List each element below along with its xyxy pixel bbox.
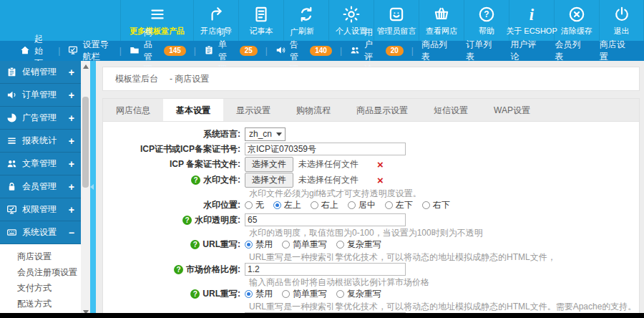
- collapse-minus-icon[interactable]: −: [69, 227, 74, 238]
- submenu-payment-methods[interactable]: 支付方式: [0, 280, 81, 296]
- field-help: 水印文件必须为gif格式才可支持透明度设置。: [249, 188, 639, 198]
- home-icon: [20, 45, 30, 57]
- nav-order-list[interactable]: 订单列表: [466, 39, 492, 63]
- nav-shop-settings[interactable]: 商店设置: [600, 39, 625, 63]
- radio-url2-disable[interactable]: 禁用: [245, 288, 273, 300]
- breadcrumb: 模板堂后台 - 商店设置: [102, 67, 640, 91]
- nav-user-comment-list[interactable]: 用户评论: [510, 39, 536, 63]
- icp-number-input[interactable]: [245, 143, 406, 155]
- tab-goods-display[interactable]: 商品显示设置: [343, 99, 421, 121]
- collapse-arrow-icon[interactable]: [90, 184, 94, 190]
- help-circle-icon[interactable]: ?: [190, 240, 200, 249]
- sidebar-accent-strip: [90, 61, 96, 318]
- radio-url1-complex[interactable]: 复杂重写: [336, 238, 381, 251]
- sidebar-item-orders[interactable]: 订单管理 +: [0, 84, 81, 107]
- nav-goods-list[interactable]: 商品列表: [421, 39, 447, 63]
- radio-watermark-bottomright[interactable]: 右下: [422, 199, 450, 211]
- remove-file-icon[interactable]: ×: [377, 159, 384, 170]
- users-icon: [6, 158, 17, 169]
- radio-url2-simple[interactable]: 简单重写: [282, 288, 327, 300]
- market-price-ratio-input[interactable]: [245, 263, 406, 276]
- speaker-icon: [6, 90, 17, 100]
- breadcrumb-root[interactable]: 模板堂后台: [115, 73, 158, 85]
- submenu-shop-settings[interactable]: 商店设置: [0, 249, 81, 264]
- radio-url2-complex[interactable]: 复杂重写: [336, 288, 381, 300]
- header-item-clear-cache[interactable]: 清除缓存: [554, 0, 599, 41]
- field-label: ? URL重写:: [103, 238, 245, 251]
- radio-watermark-topleft[interactable]: 左上: [273, 199, 301, 211]
- secondary-nav: 起始页 | 设置导航栏 | 商品管理 145 | 订单管理 25 | 广告管理 …: [0, 41, 644, 61]
- settings-tabbar: 网店信息 基本设置 显示设置 购物流程 商品显示设置 短信设置 WAP设置: [103, 99, 639, 122]
- monitor-edit-icon: [68, 45, 78, 57]
- sidebar-item-ads[interactable]: 广告管理 +: [0, 107, 81, 130]
- nav-set-navbar[interactable]: 设置导航栏: [68, 39, 111, 63]
- content-area: 模板堂后台 - 商店设置 网店信息 基本设置 显示设置 购物流程 商品显示设置 …: [96, 61, 644, 318]
- expand-plus-icon[interactable]: +: [69, 158, 74, 170]
- tab-sms-settings[interactable]: 短信设置: [421, 99, 481, 121]
- sidebar-item-system-settings[interactable]: 系统设置 −: [0, 221, 81, 244]
- nav-separator: |: [265, 46, 268, 56]
- system-settings-submenu: 商店设置 会员注册项设置 支付方式 配送方式 邮件服务器设置: [0, 244, 81, 318]
- radio-watermark-topright[interactable]: 右上: [311, 199, 338, 211]
- clipboard-icon: [204, 45, 214, 57]
- nav-member-list[interactable]: 会员列表: [555, 39, 581, 63]
- header-item-about-ecshop[interactable]: i 关于 ECSHOP: [509, 0, 554, 41]
- header-item-help[interactable]: ? 帮助: [464, 0, 509, 41]
- bottom-black-strip: [0, 313, 644, 318]
- sidebar-item-members[interactable]: 会员管理 +: [0, 175, 81, 198]
- expand-plus-icon[interactable]: +: [69, 204, 74, 216]
- field-label: ? 水印透明度:: [103, 214, 245, 226]
- scrollbar-thumb[interactable]: [82, 97, 89, 188]
- submenu-shipping-methods[interactable]: 配送方式: [0, 296, 81, 312]
- expand-plus-icon[interactable]: +: [69, 112, 74, 124]
- comments-count-badge: 20: [386, 46, 404, 56]
- radio-watermark-none[interactable]: 无: [245, 199, 264, 211]
- radio-url1-simple[interactable]: 简单重写: [282, 238, 327, 251]
- sidebar-item-reports[interactable]: 报表统计 +: [0, 130, 81, 153]
- expand-plus-icon[interactable]: +: [69, 135, 74, 147]
- help-circle-icon[interactable]: ?: [182, 216, 192, 225]
- watermark-alpha-input[interactable]: [245, 213, 406, 226]
- expand-plus-icon[interactable]: +: [69, 90, 74, 101]
- radio-url1-disable[interactable]: 禁用: [245, 238, 273, 251]
- monitor-check-icon: [6, 204, 17, 215]
- tab-basic-settings[interactable]: 基本设置: [163, 99, 223, 121]
- field-label: ICP 备案证书文件:: [103, 158, 245, 170]
- help-circle-icon[interactable]: ?: [191, 175, 200, 185]
- nav-separator: |: [119, 46, 122, 56]
- help-circle-icon[interactable]: ?: [174, 265, 183, 274]
- expand-plus-icon[interactable]: +: [69, 67, 74, 78]
- header-item-view-shop[interactable]: 查看网店: [419, 0, 464, 41]
- help-icon: ?: [477, 5, 496, 24]
- nav-separator: |: [411, 46, 414, 56]
- icp-choose-file-button[interactable]: 选择文件: [245, 157, 293, 172]
- nav-separator: |: [58, 46, 60, 56]
- tab-shop-info[interactable]: 网店信息: [103, 99, 163, 121]
- notepad-icon: [252, 5, 270, 24]
- radio-watermark-bottomleft[interactable]: 左下: [385, 199, 413, 211]
- remove-file-icon[interactable]: ×: [377, 175, 384, 186]
- sidebar-scrollbar[interactable]: [81, 61, 90, 318]
- tab-shopping-flow[interactable]: 购物流程: [283, 99, 343, 121]
- icp-file-status: 未选择任何文件: [298, 158, 358, 170]
- goods-count-badge: 145: [164, 46, 186, 56]
- sidebar-item-articles[interactable]: 文章管理 +: [0, 153, 81, 175]
- sidebar-item-promotions[interactable]: 促销管理 +: [0, 61, 81, 84]
- settings-panel: 网店信息 基本设置 显示设置 购物流程 商品显示设置 短信设置 WAP设置 系统…: [102, 98, 640, 317]
- scroll-up-arrow-icon[interactable]: [83, 64, 89, 69]
- tab-display-settings[interactable]: 显示设置: [223, 99, 283, 121]
- submenu-member-register-fields[interactable]: 会员注册项设置: [0, 264, 81, 280]
- sidebar-item-permissions[interactable]: 权限管理 +: [0, 198, 81, 221]
- help-circle-icon[interactable]: ?: [190, 289, 200, 299]
- radio-watermark-center[interactable]: 居中: [348, 199, 376, 211]
- language-select[interactable]: zh_cn: [245, 127, 286, 141]
- field-label: ICP证书或ICP备案证书号:: [103, 143, 245, 155]
- svg-text:?: ?: [484, 9, 489, 19]
- watermark-choose-file-button[interactable]: 选择文件: [245, 173, 293, 188]
- refresh-icon: [297, 5, 316, 24]
- field-label: 水印位置:: [103, 199, 245, 211]
- tab-wap-settings[interactable]: WAP设置: [481, 99, 543, 121]
- expand-plus-icon[interactable]: +: [69, 181, 74, 193]
- field-help: 输入商品售价时将自动根据该比例计算市场价格: [249, 277, 639, 287]
- header-item-logout[interactable]: 退出: [599, 0, 644, 41]
